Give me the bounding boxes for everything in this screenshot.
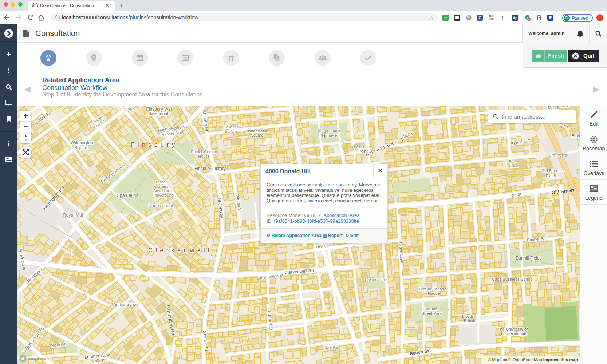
svg-text:Cass Business School: Cass Business School	[492, 277, 533, 281]
svg-text:Brun: Brun	[571, 134, 580, 138]
svg-text:Three: Three	[155, 180, 166, 184]
svg-text:King square: King square	[318, 128, 340, 133]
svg-text:Court: Court	[509, 164, 519, 168]
svg-text:e: e	[444, 15, 447, 20]
svg-text:Worcester: Worcester	[354, 145, 372, 149]
svg-text:Fortune Theatre: Fortune Theatre	[419, 287, 446, 291]
svg-text:Finsbury War: Finsbury War	[146, 107, 172, 112]
svg-text:Bankin: Bankin	[464, 318, 476, 323]
svg-text:Z: Z	[478, 15, 481, 20]
svg-text:Spa Fields: Spa Fields	[117, 193, 138, 198]
svg-text:Royal Mai: Royal Mai	[63, 213, 83, 218]
svg-text:9: 9	[528, 18, 530, 21]
svg-text:The University of: The University of	[498, 327, 528, 331]
svg-text:Exit 8: Exit 8	[546, 174, 556, 178]
svg-text:Street Park: Street Park	[421, 311, 442, 316]
svg-text:Adventure: Adventure	[153, 189, 172, 193]
svg-text:Xp: Xp	[513, 16, 517, 20]
svg-text:College: College	[223, 125, 237, 129]
svg-text:House: House	[558, 106, 569, 108]
svg-text:F i n s b u r y: F i n s b u r y	[131, 142, 176, 148]
svg-text:Moorfi: Moorfi	[548, 106, 559, 110]
svg-text:mapbox: mapbox	[28, 356, 47, 361]
svg-text:Patrick Coman: Patrick Coman	[191, 150, 217, 154]
svg-text:Central School: Central School	[112, 302, 139, 306]
svg-text:Wilmington: Wilmington	[71, 140, 93, 145]
svg-text:Memorial: Memorial	[150, 111, 168, 116]
svg-text:House: House	[198, 154, 210, 158]
svg-text:Law, Moorgate: Law, Moorgate	[501, 332, 527, 336]
svg-text:Playground: Playground	[153, 193, 174, 197]
svg-text:Plaque: Plaque	[428, 291, 440, 296]
svg-text:Bunhill Fields: Bunhill Fields	[516, 256, 541, 261]
svg-text:Golden Lane: Golden Lane	[365, 277, 387, 282]
svg-text:Old Street —: Old Street —	[541, 169, 565, 173]
svg-text:ier In: ier In	[559, 124, 568, 128]
svg-text:Buildin: Buildin	[225, 129, 237, 134]
svg-text:Point: Point	[358, 149, 367, 153]
svg-text:Gardens: Gardens	[322, 133, 338, 138]
svg-text:Bath: Bath	[509, 159, 517, 164]
svg-text:C l e r k e n w e l l: C l e r k e n w e l l	[148, 247, 210, 253]
svg-text:Finsbury Library: Finsbury Library	[194, 166, 226, 171]
svg-text:City News: City News	[549, 153, 567, 157]
svg-text:Fortune: Fortune	[423, 307, 437, 311]
svg-text:Square: Square	[74, 145, 89, 150]
svg-text:Corners: Corners	[154, 184, 169, 189]
svg-text:Skanka: Skanka	[325, 345, 338, 349]
svg-text:Dana school: Dana school	[149, 203, 173, 208]
svg-text:Lloyds: Lloyds	[462, 314, 474, 318]
svg-text:Square: Square	[251, 133, 263, 137]
